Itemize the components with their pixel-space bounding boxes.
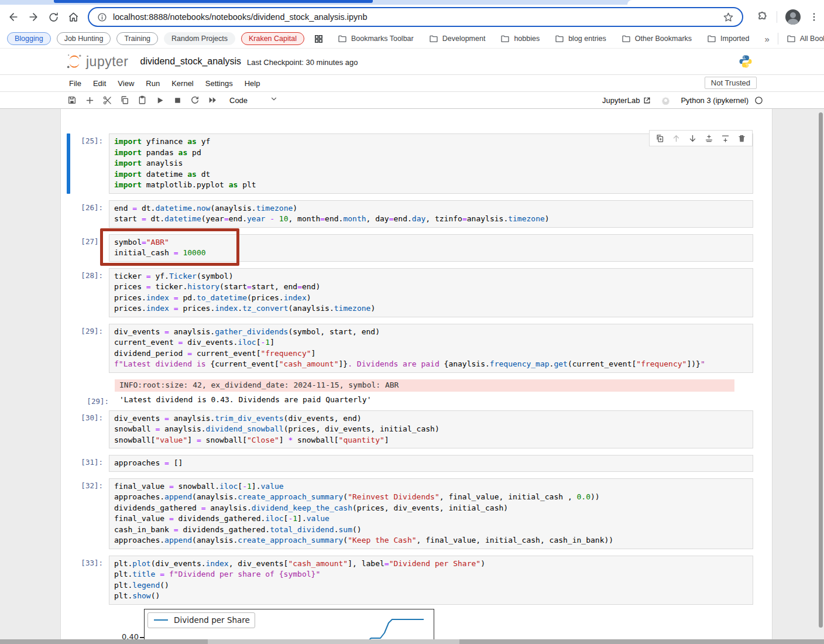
code-cell-28: [28]:ticker = yf.Ticker(symbol)prices = … xyxy=(67,268,753,317)
address-bar[interactable]: localhost:8888/notebooks/notebooks/divid… xyxy=(88,7,743,27)
delete-cell-icon[interactable] xyxy=(737,134,746,143)
cell-type-select[interactable]: Code xyxy=(229,96,248,105)
bookmark-chip-training[interactable]: Training xyxy=(116,32,158,45)
vertical-scrollbar[interactable] xyxy=(819,112,823,628)
bookmark-folder-hobbies[interactable]: hobbies xyxy=(500,34,540,43)
insert-cell-above-icon[interactable] xyxy=(705,134,713,143)
menu-bar: FileEditViewRunKernelSettingsHelpNot Tru… xyxy=(0,75,824,92)
cell-actions-toolbar xyxy=(649,130,753,146)
external-link-icon xyxy=(643,97,651,104)
bookmark-folder-development[interactable]: Development xyxy=(429,34,486,43)
browser-window: localhost:8888/notebooks/notebooks/divid… xyxy=(0,0,824,644)
bookmark-chip-job-hunting[interactable]: Job Hunting xyxy=(57,32,111,45)
bookmark-folder-bookmarks-toolbar[interactable]: Bookmarks Toolbar xyxy=(338,34,414,43)
code-editor[interactable]: end = dt.datetime.now(anaylsis.timezone)… xyxy=(109,200,753,228)
horizontal-scrollbar-thumb[interactable] xyxy=(208,639,459,644)
horizontal-scrollbar[interactable] xyxy=(0,639,824,644)
bookmark-chip-random-projects[interactable]: Random Projects xyxy=(164,32,235,45)
code-editor[interactable]: plt.plot(div_events.index, div_events["c… xyxy=(109,556,753,605)
bookmark-folder-other-bookmarks[interactable]: Other Bookmarks xyxy=(622,34,692,43)
menu-kernel[interactable]: Kernel xyxy=(166,79,200,88)
legend-line-swatch xyxy=(154,619,168,621)
output-text: 'Latest dividend is 0.43. Dividends are … xyxy=(115,394,734,406)
notebook-title[interactable]: dividend_stock_analysis xyxy=(140,56,242,67)
checkpoint-label: Last Checkpoint: 30 minutes ago xyxy=(247,58,358,67)
home-icon[interactable] xyxy=(63,7,83,27)
jupyter-wordmark: jupyter xyxy=(86,54,129,70)
menu-edit[interactable]: Edit xyxy=(87,79,112,88)
jupyterlab-link[interactable]: JupyterLab xyxy=(602,96,651,105)
bookmark-folder-blog-entries[interactable]: blog entries xyxy=(555,34,606,43)
move-cell-down-icon[interactable] xyxy=(688,134,697,143)
bookmarks-overflow-chevron[interactable]: » xyxy=(764,34,769,44)
restart-kernel-icon[interactable] xyxy=(186,93,204,107)
y-axis-tick-mark xyxy=(140,637,145,638)
stop-kernel-icon[interactable] xyxy=(169,93,186,107)
url-text[interactable]: localhost:8888/notebooks/notebooks/divid… xyxy=(113,12,723,22)
jupyter-logo-icon xyxy=(66,53,83,70)
active-tab-edge xyxy=(54,0,373,3)
paste-cell-icon[interactable] xyxy=(133,93,151,107)
site-info-icon[interactable] xyxy=(97,12,107,22)
input-prompt: [31]: xyxy=(67,455,109,472)
code-cell-27: [27]:symbol="ABR"initial_cash = 10000 xyxy=(67,234,753,262)
back-icon[interactable] xyxy=(4,7,23,27)
cell-type-chevron-icon[interactable] xyxy=(270,95,278,105)
bookmark-apps-grid-icon[interactable] xyxy=(314,34,324,44)
cut-cell-icon[interactable] xyxy=(98,93,116,107)
insert-cell-below-icon[interactable] xyxy=(721,134,730,143)
code-editor[interactable]: approaches = [] xyxy=(109,455,753,472)
notebook-toolbar: Code JupyterLab Python 3 (ipykernel) xyxy=(0,92,824,109)
save-icon[interactable] xyxy=(63,93,81,107)
all-bookmarks-folder[interactable]: All Bookmarks xyxy=(787,34,824,43)
output-prompt: [29]: xyxy=(73,394,115,406)
run-all-icon[interactable] xyxy=(204,93,221,107)
gear-icon[interactable] xyxy=(661,96,670,105)
bookmark-folder-imported[interactable]: Imported xyxy=(707,34,749,43)
menu-view[interactable]: View xyxy=(112,79,140,88)
input-prompt: [33]: xyxy=(67,556,109,605)
menu-run[interactable]: Run xyxy=(140,79,166,88)
input-prompt: [25]: xyxy=(67,133,109,194)
menu-help[interactable]: Help xyxy=(239,79,266,88)
stderr-output: INFO:root:size: 42, ex_dividend_date: 20… xyxy=(115,379,734,392)
reload-icon[interactable] xyxy=(43,7,63,27)
add-cell-icon[interactable] xyxy=(81,93,98,107)
move-cell-up-icon[interactable] xyxy=(672,134,681,143)
code-cell-29: [29]:div_events = anaylsis.gather_divide… xyxy=(67,324,753,373)
code-editor[interactable]: final_value = snowball.iloc[-1].valueapp… xyxy=(109,478,753,549)
extensions-icon[interactable] xyxy=(757,11,768,23)
code-cell-32: [32]:final_value = snowball.iloc[-1].val… xyxy=(67,478,753,549)
code-editor[interactable]: ticker = yf.Ticker(symbol)prices = ticke… xyxy=(109,268,753,317)
duplicate-cell-icon[interactable] xyxy=(655,134,664,143)
run-cell-icon[interactable] xyxy=(151,93,169,107)
tab-strip xyxy=(0,0,824,5)
code-editor[interactable]: div_events = anaylsis.gather_dividends(s… xyxy=(109,324,753,373)
jupyter-header: jupyter dividend_stock_analysis Last Che… xyxy=(0,49,824,75)
notebook-document: [25]:import yfinance as yfimport pandas … xyxy=(60,109,772,644)
kernel-name[interactable]: Python 3 (ipykernel) xyxy=(681,96,763,105)
input-prompt: [29]: xyxy=(67,324,109,373)
input-prompt: [30]: xyxy=(67,410,109,449)
code-editor[interactable]: symbol="ABR"initial_cash = 10000 xyxy=(109,234,753,262)
toolbar-divider xyxy=(777,11,777,23)
selected-cell-indicator xyxy=(67,133,70,194)
forward-icon[interactable] xyxy=(23,7,43,27)
menu-file[interactable]: File xyxy=(63,79,87,88)
notebook-area: [25]:import yfinance as yfimport pandas … xyxy=(0,109,824,644)
bookmark-star-icon[interactable] xyxy=(723,12,734,23)
browser-menu-icon[interactable] xyxy=(809,12,819,22)
bookmarks-divider-2 xyxy=(778,33,778,44)
not-trusted-button[interactable]: Not Trusted xyxy=(705,77,757,89)
code-cell-33: [33]:plt.plot(div_events.index, div_even… xyxy=(67,556,753,605)
profile-avatar[interactable] xyxy=(785,9,801,25)
browser-toolbar: localhost:8888/notebooks/notebooks/divid… xyxy=(0,5,824,29)
bookmark-chip-blogging[interactable]: Blogging xyxy=(7,32,51,45)
code-editor[interactable]: div_events = anaylsis.trim_div_events(di… xyxy=(109,410,753,449)
python-logo-icon xyxy=(739,54,753,71)
copy-cell-icon[interactable] xyxy=(116,93,133,107)
menu-settings[interactable]: Settings xyxy=(200,79,239,88)
plot-area: Dividend per Share0.40 xyxy=(144,609,434,644)
bookmark-chip-kraken-capital[interactable]: Kraken Capital xyxy=(241,32,304,45)
bookmarks-bar: BloggingJob HuntingTrainingRandom Projec… xyxy=(0,29,824,49)
